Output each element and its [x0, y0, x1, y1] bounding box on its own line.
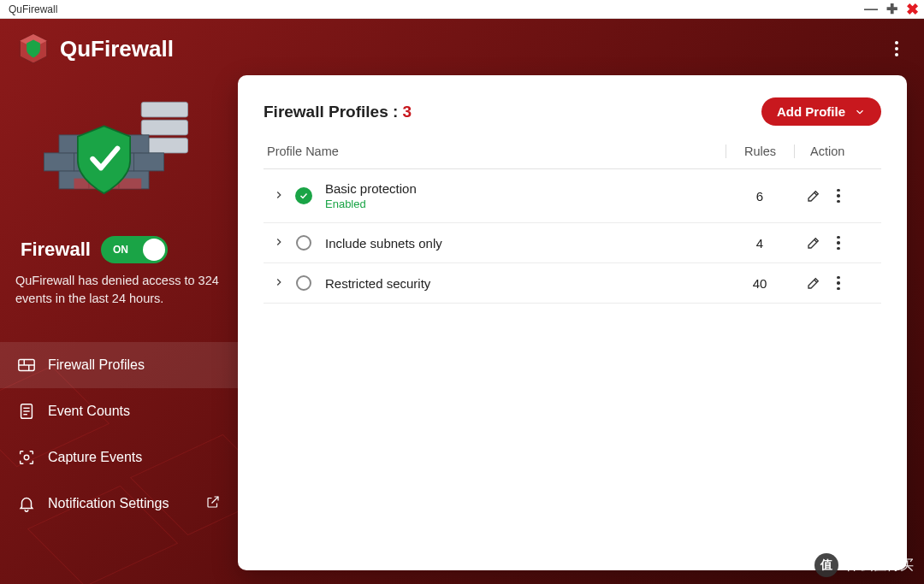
app-frame: QuFirewall	[0, 19, 924, 584]
profile-name: Basic protection	[325, 181, 726, 196]
firewall-toggle-state: ON	[113, 244, 128, 256]
profile-status-radio[interactable]	[291, 275, 317, 291]
window-minimize-button[interactable]: —	[864, 3, 878, 15]
document-icon	[17, 402, 36, 421]
expand-row-button[interactable]	[267, 189, 291, 204]
sidebar-item-label: Event Counts	[48, 404, 130, 419]
watermark-badge-icon: 值	[814, 553, 838, 577]
window-close-button[interactable]: ✖	[906, 3, 919, 15]
add-profile-label: Add Profile	[777, 104, 845, 119]
edit-icon[interactable]	[806, 275, 821, 291]
bell-icon	[17, 494, 36, 513]
profile-status-label: Enabled	[325, 198, 726, 210]
svg-rect-11	[134, 153, 164, 171]
watermark-text: 什么值得买	[845, 557, 914, 575]
profile-count: 3	[403, 103, 412, 121]
panel-header: Firewall Profiles : 3 Add Profile	[264, 97, 881, 126]
table-row: Basic protection Enabled 6	[264, 169, 881, 223]
col-header-action: Action	[794, 145, 878, 158]
external-link-icon	[205, 494, 221, 513]
firewall-toggle-row: Firewall ON	[0, 236, 238, 272]
firewall-status-text: QuFirewall has denied access to 324 even…	[0, 272, 238, 323]
app-header: QuFirewall	[0, 19, 924, 75]
row-more-menu[interactable]	[837, 276, 840, 291]
table-row: Restricted security 40	[264, 263, 881, 304]
sidebar-item-capture-events[interactable]: Capture Events	[0, 434, 238, 481]
sidebar-item-label: Firewall Profiles	[48, 357, 145, 373]
app-title: QuFirewall	[60, 36, 174, 62]
sidebar-item-firewall-profiles[interactable]: Firewall Profiles	[0, 342, 238, 388]
sidebar: Firewall ON QuFirewall has denied access…	[0, 75, 238, 584]
app-logo-icon	[15, 31, 51, 67]
svg-rect-3	[141, 120, 187, 135]
edit-icon[interactable]	[806, 235, 821, 251]
profile-rules-count: 40	[726, 276, 794, 291]
brick-wall-icon	[17, 356, 36, 375]
row-actions	[794, 188, 878, 204]
chevron-down-icon	[854, 106, 866, 118]
radio-unchecked-icon	[296, 275, 311, 291]
sidebar-item-event-counts[interactable]: Event Counts	[0, 388, 238, 434]
profiles-table: Profile Name Rules Action Basic protecti…	[264, 145, 881, 304]
chevron-right-icon	[273, 189, 285, 201]
expand-row-button[interactable]	[267, 236, 291, 251]
sidebar-item-label: Notification Settings	[48, 496, 169, 511]
window-maximize-button[interactable]: ✚	[886, 3, 897, 15]
profile-rules-count: 4	[726, 236, 794, 251]
expand-row-button[interactable]	[267, 276, 291, 291]
profile-status-enabled[interactable]	[291, 187, 317, 204]
col-header-rules: Rules	[726, 145, 794, 158]
toggle-knob	[143, 239, 165, 261]
profile-name-cell: Include subnets only	[317, 236, 726, 251]
firewall-toggle[interactable]: ON	[101, 236, 168, 263]
panel-title-text: Firewall Profiles :	[264, 103, 403, 121]
sidebar-item-label: Capture Events	[48, 450, 142, 465]
header-more-menu[interactable]	[886, 38, 907, 59]
window-titlebar: QuFirewall — ✚ ✖	[0, 0, 924, 19]
chevron-right-icon	[273, 276, 285, 288]
panel-title: Firewall Profiles : 3	[264, 103, 412, 121]
sidebar-item-notification-settings[interactable]: Notification Settings	[0, 481, 238, 527]
row-actions	[794, 235, 878, 251]
row-actions	[794, 275, 878, 291]
window-controls: — ✚ ✖	[864, 3, 919, 15]
profile-name-cell: Basic protection Enabled	[317, 181, 726, 210]
add-profile-button[interactable]: Add Profile	[761, 97, 881, 126]
watermark: 值 什么值得买	[814, 553, 914, 577]
col-header-name: Profile Name	[267, 145, 726, 158]
profile-status-radio[interactable]	[291, 235, 317, 251]
sidebar-nav: Firewall Profiles Event Counts Capture E…	[0, 342, 238, 527]
window-title: QuFirewall	[5, 3, 57, 15]
profile-name-cell: Restricted security	[317, 276, 726, 291]
svg-rect-2	[141, 102, 187, 117]
capture-icon	[17, 448, 36, 467]
profile-name: Include subnets only	[325, 236, 726, 251]
row-more-menu[interactable]	[837, 236, 840, 251]
edit-icon[interactable]	[806, 188, 821, 204]
table-row: Include subnets only 4	[264, 223, 881, 263]
chevron-right-icon	[273, 236, 285, 248]
profile-name: Restricted security	[325, 276, 726, 291]
main-panel: Firewall Profiles : 3 Add Profile Profil…	[238, 75, 907, 570]
firewall-illustration	[0, 75, 238, 236]
svg-point-24	[24, 455, 29, 460]
radio-unchecked-icon	[296, 235, 311, 251]
profile-rules-count: 6	[726, 189, 794, 204]
svg-rect-8	[44, 153, 74, 171]
firewall-label: Firewall	[21, 239, 91, 261]
table-header: Profile Name Rules Action	[264, 145, 881, 169]
check-circle-icon	[295, 187, 312, 204]
app-brand: QuFirewall	[15, 31, 174, 67]
row-more-menu[interactable]	[837, 189, 840, 204]
